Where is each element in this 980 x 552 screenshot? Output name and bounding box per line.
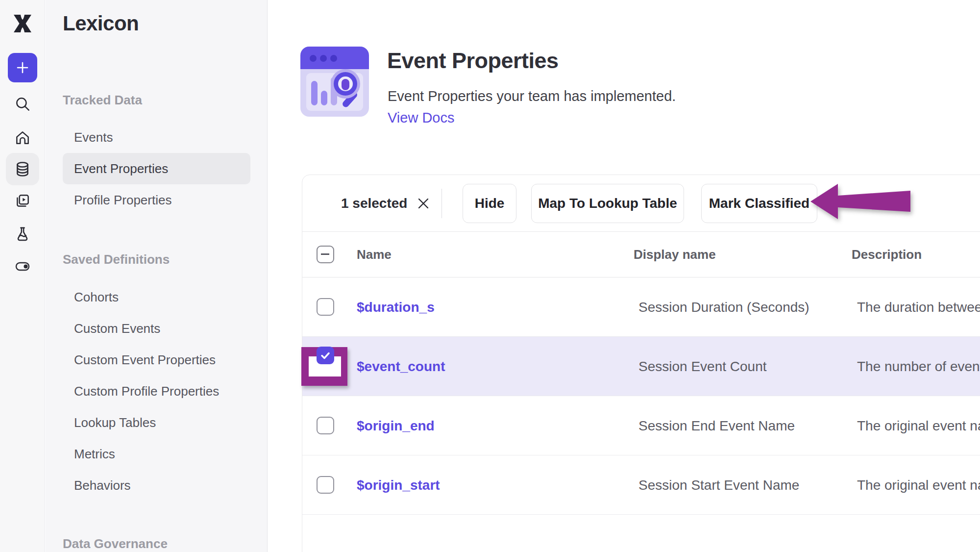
check-icon bbox=[319, 350, 331, 361]
column-header-name: Name bbox=[357, 232, 392, 277]
property-name-link[interactable]: $event_count bbox=[357, 337, 445, 396]
section-header-data-governance: Data Governance bbox=[63, 536, 168, 552]
sidebar-item-lookup-tables[interactable]: Lookup Tables bbox=[63, 407, 250, 438]
mark-classified-button[interactable]: Mark Classified bbox=[701, 184, 817, 223]
property-name-link[interactable]: $origin_end bbox=[357, 396, 435, 455]
database-icon[interactable] bbox=[0, 160, 45, 178]
mixpanel-logo[interactable] bbox=[0, 13, 45, 34]
close-icon[interactable] bbox=[417, 197, 430, 210]
column-header-display-name: Display name bbox=[634, 232, 716, 277]
table-row-selected: $event_count Session Event Count The num… bbox=[302, 337, 980, 396]
flask-icon[interactable] bbox=[0, 225, 45, 243]
description-cell: The original event name bbox=[857, 396, 980, 455]
selection-count-label: 1 selected bbox=[341, 196, 407, 211]
chart-magnifier-icon bbox=[300, 47, 369, 119]
description-cell: The number of events bbox=[857, 337, 980, 396]
map-to-lookup-table-button[interactable]: Map To Lookup Table bbox=[531, 184, 684, 223]
property-name-link[interactable]: $duration_s bbox=[357, 277, 435, 337]
indeterminate-mark bbox=[321, 253, 329, 255]
row-checkbox-checked[interactable] bbox=[317, 347, 334, 364]
table-row: $duration_s Session Duration (Seconds) T… bbox=[302, 277, 980, 337]
display-name-cell: Session Event Count bbox=[638, 337, 767, 396]
arrow-annotation-icon bbox=[809, 182, 911, 224]
sidebar-item-custom-event-properties[interactable]: Custom Event Properties bbox=[63, 344, 250, 376]
sidebar-item-custom-profile-properties[interactable]: Custom Profile Properties bbox=[63, 376, 250, 407]
home-icon[interactable] bbox=[0, 129, 45, 147]
sidebar-item-custom-events[interactable]: Custom Events bbox=[63, 313, 250, 344]
hide-button[interactable]: Hide bbox=[463, 184, 516, 223]
boards-icon[interactable] bbox=[0, 192, 45, 210]
sidebar-item-events[interactable]: Events bbox=[63, 122, 250, 153]
column-header-description: Description bbox=[852, 232, 922, 277]
table-toolbar: 1 selected Hide Map To Lookup Table Mark… bbox=[302, 175, 980, 232]
table-row: $origin_start Session Start Event Name T… bbox=[302, 455, 980, 515]
page-title: Event Properties bbox=[387, 48, 559, 74]
table-header-row: Name Display name Description bbox=[302, 232, 980, 277]
sidebar-item-metrics[interactable]: Metrics bbox=[63, 438, 250, 470]
section-header-tracked-data: Tracked Data bbox=[63, 93, 142, 108]
search-icon[interactable] bbox=[0, 95, 45, 113]
sidebar-item-cohorts[interactable]: Cohorts bbox=[63, 281, 250, 313]
main-content: Event Properties Event Properties your t… bbox=[268, 0, 980, 552]
sidebar: Lexicon Tracked Data Events Event Proper… bbox=[46, 0, 268, 552]
display-name-cell: Session Duration (Seconds) bbox=[638, 277, 809, 337]
plus-icon bbox=[15, 60, 30, 75]
description-cell: The duration between bbox=[857, 277, 980, 337]
display-name-cell: Session End Event Name bbox=[638, 396, 795, 455]
section-header-saved-definitions: Saved Definitions bbox=[63, 252, 170, 267]
app-root: Lexicon Tracked Data Events Event Proper… bbox=[0, 0, 980, 552]
description-cell: The original event name bbox=[857, 455, 980, 515]
icon-rail bbox=[0, 0, 45, 552]
table-row: $origin_end Session End Event Name The o… bbox=[302, 396, 980, 455]
sidebar-item-behaviors[interactable]: Behaviors bbox=[63, 470, 250, 501]
row-checkbox[interactable] bbox=[317, 417, 334, 434]
create-button[interactable] bbox=[8, 53, 37, 82]
toggle-icon[interactable] bbox=[0, 258, 45, 275]
sidebar-title: Lexicon bbox=[63, 12, 139, 35]
sidebar-item-profile-properties[interactable]: Profile Properties bbox=[63, 184, 250, 216]
row-checkbox[interactable] bbox=[317, 298, 334, 316]
page-subtitle: Event Properties your team has implement… bbox=[388, 88, 676, 104]
property-name-link[interactable]: $origin_start bbox=[357, 455, 440, 515]
select-all-checkbox[interactable] bbox=[317, 246, 334, 263]
sidebar-item-event-properties[interactable]: Event Properties bbox=[63, 153, 250, 184]
display-name-cell: Session Start Event Name bbox=[638, 455, 799, 515]
toolbar-divider bbox=[441, 189, 442, 218]
row-checkbox[interactable] bbox=[317, 476, 334, 494]
view-docs-link[interactable]: View Docs bbox=[388, 110, 454, 126]
event-properties-table-card: 1 selected Hide Map To Lookup Table Mark… bbox=[302, 175, 980, 552]
